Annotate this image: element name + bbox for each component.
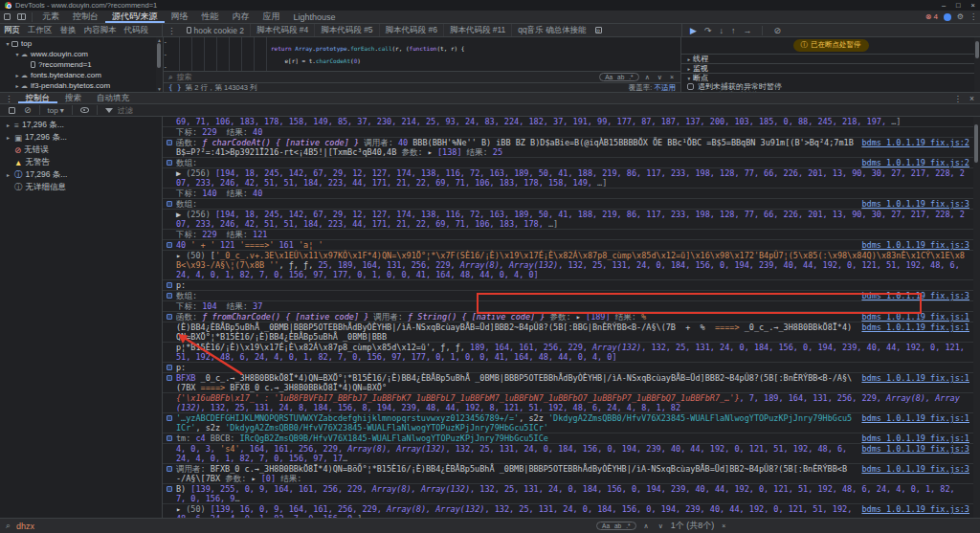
drawer-close-icon[interactable]: ×	[969, 94, 974, 103]
search-option-[interactable]: .*	[626, 522, 630, 529]
source-link[interactable]: bdms_1.0.1.19_fix.js:2	[861, 138, 969, 147]
step-over-icon[interactable]: ↷	[704, 26, 712, 35]
tree-item-3[interactable]: ▸☁fonts.bytedance.com	[0, 70, 156, 80]
more-options-icon[interactable]: ⋮	[969, 12, 977, 21]
search-close-icon[interactable]: ×	[668, 74, 676, 80]
drawer-kebab-icon[interactable]: ⋮	[954, 94, 963, 103]
console-filter-item-1[interactable]: ▸▣17,296 条...	[0, 131, 162, 144]
tree-item-1[interactable]: ▾☁www.douyin.com	[0, 49, 156, 59]
tree-expander-icon[interactable]: ▸	[13, 82, 21, 89]
source-link[interactable]: bdms_1.0.1.19_fix.js:1	[861, 322, 969, 332]
drawer-tab-1[interactable]: 搜索	[57, 93, 89, 103]
code-area[interactable]: -return Array.prototype.forEach.call(r, …	[164, 37, 680, 71]
search-close-icon[interactable]: ×	[720, 522, 727, 529]
console-filter-item-2[interactable]: ⊘无错误	[0, 144, 162, 156]
console-filter-item-5[interactable]: ⓘ无详细信息	[0, 181, 162, 193]
error-badge[interactable]: ⊗4	[925, 12, 938, 21]
pretty-print-icon[interactable]: { }	[168, 83, 182, 92]
navigator-tab-1[interactable]: 工作区	[24, 24, 56, 36]
settings-gear-icon[interactable]: ⚙	[957, 12, 964, 21]
tree-expander-icon[interactable]: ▸	[13, 72, 21, 78]
console-search-input[interactable]	[16, 522, 590, 531]
navigator-tab-3[interactable]: 内容脚本	[80, 24, 121, 36]
main-tab-3[interactable]: 网络	[165, 11, 195, 23]
device-toolbar-icon[interactable]	[15, 12, 28, 22]
navigator-tab-4[interactable]: 代码段	[121, 24, 153, 36]
inspect-element-icon[interactable]	[1, 12, 13, 22]
editor-tab-4[interactable]: 脚本代码段 #11	[444, 24, 512, 36]
source-link[interactable]: bdms_1.0.1.19_fix.js:3	[861, 464, 969, 474]
tree-item-2[interactable]: ?recommend=1	[0, 59, 156, 70]
console-filter-item-3[interactable]: ▲无警告	[0, 156, 162, 168]
close-button[interactable]: ×	[971, 1, 975, 10]
section-expander-icon[interactable]: ▸	[685, 56, 693, 62]
live-expression-icon[interactable]	[80, 107, 89, 113]
checkbox[interactable]	[687, 83, 694, 90]
console-filter-item-4[interactable]: ▸ⓘ17,296 条...	[0, 168, 162, 181]
search-option-ab[interactable]: ab	[614, 522, 621, 529]
source-link[interactable]: bdms_1.0.1.19_fix.js:3	[861, 444, 969, 454]
debugger-section-1[interactable]: ▸监视	[681, 63, 980, 73]
maximize-button[interactable]: □	[956, 1, 961, 10]
drawer-menu-icon[interactable]: ⋮	[0, 94, 18, 103]
expander-icon[interactable]: ▸	[5, 134, 11, 141]
source-link[interactable]: bdms_1.0.1.19_fix.js:2	[861, 158, 969, 167]
expander-icon[interactable]: ▸	[5, 122, 11, 128]
search-options-pill[interactable]: Aaab.*	[599, 73, 639, 81]
step-into-icon[interactable]: ↓	[719, 26, 724, 35]
search-next-icon[interactable]: ∨	[657, 522, 665, 530]
source-link[interactable]: bdms_1.0.1.19_fix.js:3	[861, 504, 969, 514]
tree-item-4[interactable]: ▸☁lf3-pendah.bytetos.com	[0, 80, 156, 91]
console-filter-item-0[interactable]: ▸≡17,296 条...	[0, 119, 162, 131]
console-sidebar-toggle-icon[interactable]	[6, 105, 18, 115]
breakpoint-option-1[interactable]: 在遇到异常时暂停	[681, 91, 980, 92]
console-scrollbar[interactable]	[973, 117, 980, 518]
step-out-icon[interactable]: ↑	[731, 26, 736, 35]
navigator-tab-2[interactable]: 替换	[56, 24, 80, 36]
section-expander-icon[interactable]: ▾	[685, 76, 693, 81]
editor-tab-0[interactable]: hook cookie 2	[181, 24, 251, 36]
main-tab-0[interactable]: 元素	[35, 11, 66, 23]
search-prev-icon[interactable]: ∧	[642, 522, 651, 530]
source-link[interactable]: bdms_1.0.1.19_fix.js:1	[861, 433, 969, 443]
clear-console-icon[interactable]: ⊘	[24, 105, 32, 115]
search-next-icon[interactable]: ∨	[656, 74, 664, 81]
main-tab-2[interactable]: 源代码/来源	[105, 11, 165, 23]
drawer-tab-0[interactable]: 控制台	[18, 93, 58, 103]
section-expander-icon[interactable]: ▸	[685, 66, 693, 72]
tree-expander-icon[interactable]: ▾	[13, 51, 21, 57]
console-filter-input[interactable]	[118, 106, 233, 115]
debugger-section-0[interactable]: ▸线程	[681, 54, 980, 63]
tree-expander-icon[interactable]: ▾	[4, 40, 11, 47]
source-link[interactable]: bdms_1.0.1.19_fix.js:3	[861, 240, 969, 250]
editor-search-input[interactable]	[176, 73, 595, 81]
navigator-tab-0[interactable]: 网页	[0, 24, 24, 36]
tree-item-0[interactable]: ▾top	[0, 38, 156, 49]
deactivate-breakpoints-icon[interactable]: ⊘	[773, 26, 781, 35]
main-tab-5[interactable]: 内存	[226, 11, 256, 23]
tree-item-5[interactable]: ▾☁lf3-short.bytedapm.com	[0, 91, 156, 92]
main-tab-4[interactable]: 性能	[195, 11, 226, 23]
source-link[interactable]: bdms_1.0.1.19_fix.js:3	[861, 199, 969, 209]
source-link[interactable]: bdms_1.0.1.19_fix.js:1	[861, 373, 969, 383]
editor-tab-1[interactable]: 脚本代码段 #4	[251, 24, 315, 36]
search-option-ab[interactable]: ab	[617, 74, 624, 80]
step-icon[interactable]: →	[743, 26, 751, 35]
notification-icon[interactable]	[944, 13, 951, 21]
file-tree-scrollbar[interactable]: ▲▼	[156, 37, 163, 92]
context-selector[interactable]: top▾	[48, 106, 64, 115]
source-link[interactable]: bdms_1.0.1.19_fix.js:1	[861, 312, 969, 322]
source-link[interactable]: bdms_1.0.1.19_fix.js:1	[861, 413, 969, 423]
editor-tab-3[interactable]: 脚本代码段 #6	[380, 24, 444, 36]
navigator-more-icon[interactable]: ⋮	[163, 26, 181, 35]
search-options-pill[interactable]: Aaab.*	[596, 522, 636, 530]
main-tab-1[interactable]: 控制台	[66, 11, 105, 23]
minimize-button[interactable]: –	[942, 1, 946, 10]
source-link[interactable]: bdms_1.0.1.19_fix.js:3	[861, 291, 969, 300]
main-tab-7[interactable]: Lighthouse	[287, 11, 343, 23]
search-option-[interactable]: .*	[629, 74, 633, 80]
expander-icon[interactable]: ▸	[5, 171, 11, 178]
search-prev-icon[interactable]: ∧	[643, 74, 652, 81]
editor-tab-2[interactable]: 脚本代码段 #5	[315, 24, 379, 36]
resume-script-icon[interactable]: ▶	[690, 26, 697, 35]
